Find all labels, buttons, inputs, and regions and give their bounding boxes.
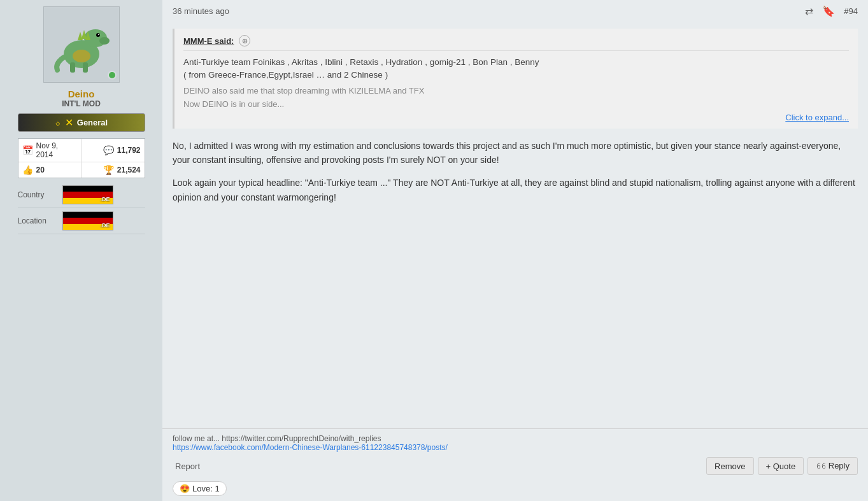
svg-marker-5 (78, 32, 83, 40)
likes-icon: 👍 (22, 165, 33, 175)
svg-rect-8 (70, 62, 75, 73)
svg-point-3 (96, 33, 100, 37)
svg-point-4 (98, 34, 99, 35)
facebook-link[interactable]: https://www.facebook.com/Modern-Chinese-… (173, 443, 448, 452)
rank-icon-1: ⬦ (55, 117, 61, 129)
twitter-link: follow me at... https://twitter.com/Rupp… (173, 434, 858, 443)
post-time: 36 minutes ago (173, 6, 229, 16)
loc-flag-black-stripe (63, 212, 113, 218)
quote-partial-2: Now DEINO is in our side... (183, 99, 849, 109)
post-header: 36 minutes ago ⇄ 🔖 #94 (162, 0, 868, 22)
rank-label: General (77, 118, 108, 127)
country-row: Country .DE (18, 182, 145, 208)
join-date: Nov 9, 2014 (36, 141, 78, 159)
rank-icon-2: ✕ (65, 116, 73, 129)
svg-rect-9 (83, 62, 88, 73)
country-label: Country (18, 190, 62, 199)
online-indicator (108, 71, 117, 80)
love-reaction[interactable]: 😍 Love: 1 (173, 481, 227, 496)
quote-line1: Anti-Turkiye team Foinikas , Akritas , I… (183, 56, 849, 69)
expand-link[interactable]: Click to expand... (183, 113, 849, 122)
remove-button[interactable]: Remove (706, 457, 753, 475)
likes-count: 20 (36, 166, 45, 174)
report-button[interactable]: Report (173, 460, 203, 472)
messages-cell: 💬 11,792 (81, 139, 145, 162)
post-header-actions: ⇄ 🔖 #94 (805, 5, 858, 17)
bookmark-icon[interactable]: 🔖 (822, 5, 835, 17)
avatar-image (50, 13, 113, 76)
stats-row-likes: 👍 20 🏆 21,524 (18, 162, 145, 178)
main-content: 36 minutes ago ⇄ 🔖 #94 MMM-E said: ⊕ Ant… (162, 0, 868, 501)
flag-label: .DE (100, 196, 110, 202)
svg-point-2 (99, 37, 110, 45)
svg-point-10 (73, 50, 90, 62)
post-paragraph-1: No, I admitted I was wrong with my estim… (173, 139, 858, 167)
post-number: #94 (844, 6, 858, 16)
quote-line2: ( from Greece-France,Egypt,Israel … and … (183, 69, 849, 81)
post-links: follow me at... https://twitter.com/Rupp… (173, 434, 858, 452)
message-count: 11,792 (117, 146, 141, 155)
reaction-label: Love: 1 (192, 484, 220, 493)
trophy-count: 21,524 (117, 166, 141, 174)
post-paragraph-2: Look again your typical headline: "Anti-… (173, 176, 858, 204)
sidebar: Deino INT'L MOD ⬦ ✕ General 📅 Nov 9, 201… (0, 0, 162, 501)
messages-icon: 💬 (103, 145, 114, 155)
rank-badge: ⬦ ✕ General (18, 113, 145, 132)
location-flag: .DE (62, 211, 113, 230)
likes-cell: 👍 20 (18, 162, 82, 178)
post-actions: Report Remove + Quote 𝟼𝟼 Reply (173, 457, 858, 475)
country-flag: .DE (62, 185, 113, 204)
quote-expand-icon[interactable]: ⊕ (239, 35, 250, 46)
location-row: Location .DE (18, 208, 145, 234)
username[interactable]: Deino (68, 88, 95, 99)
trophy-icon: 🏆 (103, 165, 114, 175)
join-date-cell: 📅 Nov 9, 2014 (18, 139, 82, 162)
post-body: MMM-E said: ⊕ Anti-Turkiye team Foinikas… (162, 22, 868, 428)
stats-table: 📅 Nov 9, 2014 💬 11,792 👍 20 🏆 21,524 (18, 138, 145, 178)
calendar-icon: 📅 (22, 145, 33, 155)
post-footer: follow me at... https://twitter.com/Rupp… (162, 428, 868, 501)
quote-block: MMM-E said: ⊕ Anti-Turkiye team Foinikas… (173, 29, 858, 129)
location-flag-label: .DE (100, 222, 110, 229)
quote-button[interactable]: + Quote (758, 457, 804, 475)
reaction-bar: 😍 Love: 1 (173, 481, 858, 496)
reply-button[interactable]: 𝟼𝟼 Reply (808, 457, 858, 475)
reaction-emoji: 😍 (180, 484, 190, 493)
quote-partial-1: DEINO also said me that stop dreaming wi… (183, 86, 849, 95)
trophy-cell: 🏆 21,524 (81, 162, 145, 178)
share-icon[interactable]: ⇄ (805, 5, 813, 17)
quote-header: MMM-E said: ⊕ (183, 35, 849, 51)
quote-author[interactable]: MMM-E said: (183, 36, 234, 46)
action-buttons: Remove + Quote 𝟼𝟼 Reply (706, 457, 858, 475)
avatar-container (43, 6, 120, 83)
flag-black-stripe (63, 186, 113, 192)
location-label: Location (18, 216, 62, 225)
user-title: INT'L MOD (62, 99, 101, 108)
stats-row-dates: 📅 Nov 9, 2014 💬 11,792 (18, 139, 145, 162)
